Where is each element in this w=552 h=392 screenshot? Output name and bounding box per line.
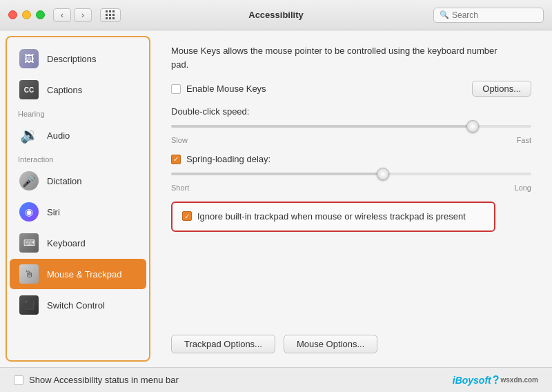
sidebar-item-dictation[interactable]: 🎤 Dictation [10, 166, 146, 196]
sidebar-label-audio: Audio [47, 130, 70, 141]
traffic-lights [8, 10, 45, 19]
spring-loading-labels: Short Long [171, 184, 531, 192]
ignore-trackpad-label: Ignore built-in trackpad when mouse or w… [197, 210, 466, 224]
watermark-sub: wsxdn.com [501, 376, 538, 384]
sidebar-item-mouse-trackpad[interactable]: 🖱 Mouse & Trackpad [10, 259, 146, 289]
options-button[interactable]: Options... [472, 81, 531, 97]
spring-loading-short: Short [171, 184, 189, 192]
double-click-slider-row [171, 119, 531, 133]
dictation-icon: 🎤 [18, 170, 40, 192]
close-button[interactable] [8, 10, 17, 19]
watermark: iBoysoft ? wsxdn.com [453, 374, 538, 386]
sidebar-label-switch-control: Switch Control [47, 300, 105, 311]
search-input[interactable] [452, 10, 538, 20]
double-click-section: Double-click speed: Slow Fast [171, 106, 531, 144]
spring-loading-checkbox[interactable]: ✓ [171, 155, 181, 164]
bottom-buttons: Trackpad Options... Mouse Options... [171, 328, 531, 353]
sidebar-label-keyboard: Keyboard [47, 238, 86, 248]
panel-description: Mouse Keys allows the mouse pointer to b… [171, 44, 502, 71]
grid-button[interactable] [100, 8, 121, 22]
back-button[interactable]: ‹ [53, 8, 71, 22]
enable-mouse-keys-checkbox-label[interactable]: Enable Mouse Keys [171, 84, 266, 94]
search-icon: 🔍 [440, 10, 449, 19]
section-interaction: Interaction [7, 151, 149, 165]
sidebar-label-siri: Siri [47, 207, 60, 217]
show-accessibility-checkbox[interactable] [14, 375, 23, 385]
sidebar-item-captions[interactable]: CC Captions [10, 75, 146, 105]
maximize-button[interactable] [36, 10, 45, 19]
spring-loading-thumb[interactable] [377, 168, 389, 180]
sidebar-label-descriptions: Descriptions [47, 54, 97, 64]
sidebar-label-dictation: Dictation [47, 176, 82, 186]
enable-mouse-keys-row: Enable Mouse Keys Options... [171, 81, 531, 97]
nav-buttons: ‹ › [53, 8, 92, 22]
spring-loading-label: Spring-loading delay: [186, 154, 270, 164]
descriptions-icon: 🖼 [18, 48, 40, 70]
double-click-labels: Slow Fast [171, 136, 531, 144]
sidebar-item-audio[interactable]: 🔉 Audio [10, 120, 146, 150]
audio-icon: 🔉 [18, 124, 40, 146]
titlebar: ‹ › Accessibility 🔍 [0, 0, 552, 30]
mouse-options-button[interactable]: Mouse Options... [284, 335, 377, 353]
bottom-bar: Show Accessibility status in menu bar iB… [0, 367, 552, 392]
enable-mouse-keys-checkbox[interactable] [171, 84, 181, 94]
sidebar-item-switch-control[interactable]: ⬛ Switch Control [10, 290, 146, 320]
search-box[interactable]: 🔍 [433, 8, 544, 23]
spring-loading-checkbox-label[interactable]: ✓ Spring-loading delay: [171, 154, 531, 164]
window-title: Accessibility [248, 10, 304, 20]
minimize-button[interactable] [22, 10, 31, 19]
spring-loading-long: Long [515, 184, 531, 192]
spring-loading-fill [171, 173, 387, 175]
double-click-slider[interactable] [171, 119, 531, 133]
watermark-question: ? [493, 374, 500, 386]
mouse-trackpad-icon: 🖱 [18, 263, 40, 285]
sidebar-label-mouse-trackpad: Mouse & Trackpad [47, 269, 121, 280]
grid-icon [106, 10, 115, 20]
enable-mouse-keys-label: Enable Mouse Keys [186, 84, 266, 94]
show-accessibility-label: Show Accessibility status in menu bar [29, 375, 179, 385]
sidebar-item-descriptions[interactable]: 🖼 Descriptions [10, 43, 146, 74]
siri-icon: ◉ [18, 201, 40, 223]
ignore-trackpad-row: ✓ Ignore built-in trackpad when mouse or… [171, 202, 495, 232]
double-click-thumb[interactable] [466, 120, 479, 133]
spring-loading-slider-row [171, 167, 531, 181]
keyboard-icon: ⌨ [18, 232, 40, 254]
spring-loading-section: ✓ Spring-loading delay: Short Long [171, 154, 531, 192]
right-panel: Mouse Keys allows the mouse pointer to b… [150, 30, 552, 367]
double-click-label: Double-click speed: [171, 106, 531, 117]
forward-button[interactable]: › [74, 8, 92, 22]
show-accessibility-row[interactable]: Show Accessibility status in menu bar [14, 375, 179, 385]
double-click-slow: Slow [171, 136, 188, 144]
double-click-fill [171, 125, 477, 128]
main-content: 🖼 Descriptions CC Captions Hearing 🔉 Aud… [0, 30, 552, 367]
trackpad-options-button[interactable]: Trackpad Options... [171, 335, 275, 353]
sidebar-item-keyboard[interactable]: ⌨ Keyboard [10, 228, 146, 258]
spring-loading-slider[interactable] [171, 167, 531, 181]
watermark-text: iBoysoft [453, 375, 491, 386]
sidebar: 🖼 Descriptions CC Captions Hearing 🔉 Aud… [6, 36, 150, 362]
double-click-fast: Fast [517, 136, 531, 144]
switch-control-icon: ⬛ [18, 294, 40, 316]
section-hearing: Hearing [7, 106, 149, 119]
double-click-track [171, 125, 531, 128]
spring-loading-track [171, 173, 531, 175]
sidebar-label-captions: Captions [47, 85, 82, 95]
sidebar-item-siri[interactable]: ◉ Siri [10, 197, 146, 227]
captions-icon: CC [18, 79, 40, 101]
ignore-trackpad-checkbox[interactable]: ✓ [182, 211, 192, 221]
